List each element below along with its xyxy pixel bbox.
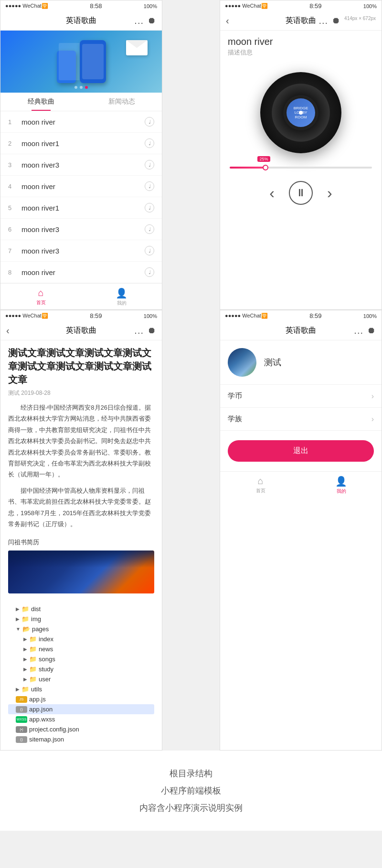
song-item-5[interactable]: 5 moon river1 ♩ [0, 197, 162, 219]
status-left-4: ●●●●● WeChat🛜 [225, 313, 268, 319]
back-button-3[interactable]: ‹ [6, 325, 10, 336]
menu-item-xuezu[interactable]: 学族 › [220, 408, 382, 431]
tree-item-dist[interactable]: ▶ 📁 dist [8, 604, 154, 614]
nav-title-2: 英语歌曲 [286, 16, 316, 26]
nav-record-3[interactable]: ⏺ [148, 326, 156, 336]
tab-classic[interactable]: 经典歌曲 [0, 93, 81, 111]
badge-appjson: {} [16, 706, 27, 713]
song-note-5[interactable]: ♩ [145, 203, 154, 212]
tree-item-img[interactable]: ▶ 📁 img [8, 614, 154, 624]
next-button[interactable]: › [327, 184, 332, 202]
bottom-nav-profile-4[interactable]: 👤 我的 [301, 472, 382, 498]
bottom-nav-1: ⌂ 首页 👤 我的 [0, 283, 162, 309]
back-button-2[interactable]: ‹ [226, 15, 229, 26]
pause-button[interactable]: ⏸ [289, 181, 313, 205]
status-bar-1: ●●●●● WeChat🛜 8:58 100% [0, 0, 162, 11]
folder-icon-songs: 📁 [29, 656, 37, 663]
badge-projconfig: {•} [16, 726, 27, 733]
bottom-nav-home-1[interactable]: ⌂ 首页 [0, 284, 81, 309]
menu-item-xuebi[interactable]: 学币 › [220, 385, 382, 408]
prev-button[interactable]: ‹ [269, 184, 275, 202]
folder-icon-dist: 📁 [21, 605, 29, 613]
chevron-right-icon-2: › [371, 415, 374, 423]
song-item-7[interactable]: 7 moon river3 ♩ [0, 240, 162, 262]
tree-item-songs[interactable]: ▶ 📁 songs [8, 654, 154, 664]
nav-dots-1[interactable]: ... [134, 15, 144, 26]
song-item-8[interactable]: 8 moon river ♩ [0, 262, 162, 283]
bottom-nav-home-4[interactable]: ⌂ 首页 [220, 472, 301, 498]
song-note-8[interactable]: ♩ [145, 267, 154, 277]
badge-appjs: JS [16, 696, 27, 703]
status-right-1: 100% [144, 3, 157, 9]
song-item-2[interactable]: 2 moon river1 ♩ [0, 133, 162, 154]
profile-icon-4: 👤 [335, 476, 347, 487]
tree-label-index: index [39, 635, 53, 643]
progress-fill: 25% [230, 167, 265, 169]
nav-record-2[interactable]: ⏺ [332, 16, 340, 26]
home-icon-1: ⌂ [38, 287, 43, 298]
song-note-1[interactable]: ♩ [145, 117, 154, 127]
hero-phone-big [80, 40, 106, 83]
folder-icon-index: 📁 [29, 635, 37, 643]
nav-bar-4: 英语歌曲 ... ⏺ [220, 321, 382, 340]
nav-record-1[interactable]: ⏺ [148, 16, 156, 26]
article-subhead: 闫祖书简历 [0, 534, 162, 550]
status-bar-3: ●●●●● WeChat🛜 8:59 100% [0, 310, 162, 321]
song-item-3[interactable]: 3 moon river3 ♩ [0, 154, 162, 176]
song-note-6[interactable]: ♩ [145, 224, 154, 234]
status-right-2: 100% [363, 3, 377, 9]
article-meta: 测试 2019-08-28 [0, 389, 162, 402]
menu-label-xuebi: 学币 [228, 392, 242, 401]
tree-item-appjs[interactable]: JS app.js [8, 694, 154, 704]
profile-section: 测试 [220, 340, 382, 385]
nav-title-3: 英语歌曲 [66, 326, 96, 336]
nav-dots-4[interactable]: ... [354, 325, 363, 336]
folder-icon-utils: 📁 [21, 686, 29, 693]
tree-item-user[interactable]: ▶ 📁 user [8, 674, 154, 684]
song-note-2[interactable]: ♩ [145, 138, 154, 148]
bottom-nav-profile-1[interactable]: 👤 我的 [81, 284, 162, 309]
tree-item-projconfig[interactable]: {•} project.config.json [8, 724, 154, 734]
nav-right-4: ... ⏺ [354, 325, 376, 336]
phone-article: ●●●●● WeChat🛜 8:59 100% ‹ 英语歌曲 ... ⏺ 测试文… [0, 310, 162, 751]
logout-button[interactable]: 退出 [228, 440, 374, 462]
tree-item-sitemap[interactable]: {} sitemap.json [8, 734, 154, 744]
banner-dots [74, 86, 88, 89]
tree-item-appjson[interactable]: {} app.json [8, 704, 154, 714]
player-title: moon river [220, 31, 382, 48]
tree-item-utils[interactable]: ▶ 📁 utils [8, 684, 154, 694]
vinyl-record: BRIDGELOBBYROOM [260, 72, 341, 153]
nav-record-4[interactable]: ⏺ [367, 326, 376, 336]
song-note-7[interactable]: ♩ [145, 246, 154, 255]
nav-dots-2[interactable]: ... [318, 15, 328, 26]
tree-label-img: img [31, 615, 41, 623]
tree-label-user: user [39, 676, 51, 683]
tree-label-news: news [39, 646, 53, 653]
home-icon-4: ⌂ [257, 476, 263, 487]
tree-item-pages[interactable]: ▼ 📂 pages [8, 624, 154, 634]
tree-item-news[interactable]: ▶ 📁 news [8, 644, 154, 654]
status-time-2: 8:59 [309, 2, 321, 10]
tab-news[interactable]: 新闻动态 [81, 93, 162, 111]
song-item-6[interactable]: 6 moon river3 ♩ [0, 219, 162, 240]
folder-icon-pages: 📂 [22, 625, 30, 633]
tree-item-index[interactable]: ▶ 📁 index [8, 634, 154, 644]
nav-actions-1: ... ⏺ [134, 15, 156, 26]
tree-label-sitemap: sitemap.json [29, 736, 64, 743]
status-bar-4: ●●●●● WeChat🛜 8:59 100% [220, 310, 382, 321]
song-item-4[interactable]: 4 moon river ♩ [0, 176, 162, 197]
progress-badge: 25% [257, 156, 270, 162]
progress-track[interactable]: 25% [230, 167, 372, 169]
song-note-3[interactable]: ♩ [145, 160, 154, 169]
player-controls: ‹ ⏸ › [220, 176, 382, 214]
nav-title-1: 英语歌曲 [66, 16, 96, 26]
tree-item-appwxss[interactable]: WXSS app.wxss [8, 714, 154, 724]
nav-dots-3[interactable]: ... [134, 325, 144, 336]
tree-item-study[interactable]: ▶ 📁 study [8, 664, 154, 674]
tree-label-songs: songs [39, 656, 55, 663]
tree-label-projconfig: project.config.json [29, 726, 79, 733]
song-item-1[interactable]: 1 moon river ♩ [0, 111, 162, 133]
song-note-4[interactable]: ♩ [145, 181, 154, 191]
hero-banner [0, 31, 162, 93]
progress-thumb: 25% [263, 165, 268, 170]
